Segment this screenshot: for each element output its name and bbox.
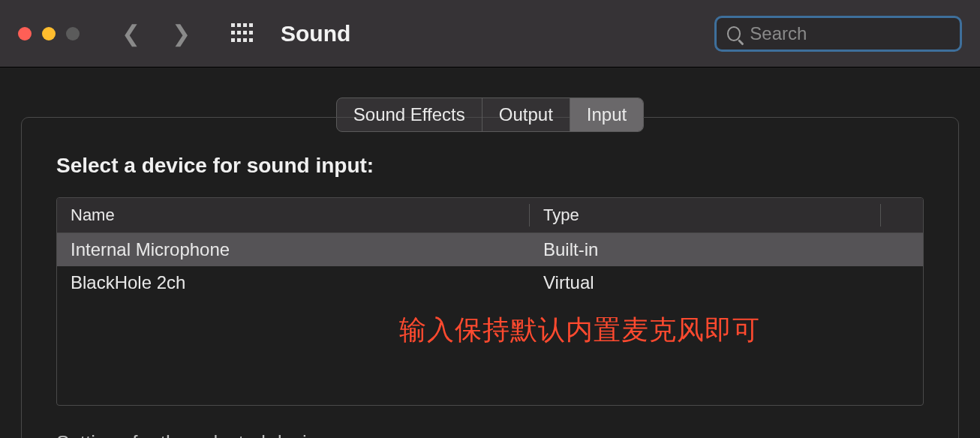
column-name[interactable]: Name <box>57 198 530 232</box>
tab-input[interactable]: Input <box>570 98 643 131</box>
tab-segmented-control: Sound Effects Output Input <box>336 98 644 132</box>
device-type: Virtual <box>530 271 923 295</box>
table-row[interactable]: BlackHole 2ch Virtual <box>57 266 923 299</box>
content-area: Sound Effects Output Input Select a devi… <box>0 68 980 438</box>
back-button[interactable]: ❮ <box>122 22 140 45</box>
settings-subheading: Settings for the selected device: <box>56 431 924 438</box>
search-field[interactable] <box>714 16 962 52</box>
column-type[interactable]: Type <box>530 198 923 232</box>
device-name: BlackHole 2ch <box>57 271 530 295</box>
zoom-window-button[interactable] <box>66 27 80 40</box>
panel-heading: Select a device for sound input: <box>56 154 924 178</box>
show-all-icon[interactable] <box>231 23 252 44</box>
forward-button: ❯ <box>172 22 191 45</box>
device-table: Name Type Internal Microphone Built-in B… <box>56 197 924 406</box>
window-title: Sound <box>281 21 350 46</box>
window-titlebar: ❮ ❯ Sound <box>0 0 980 68</box>
annotation-text: 输入保持默认内置麦克风即可 <box>399 312 760 349</box>
tab-output[interactable]: Output <box>482 98 570 131</box>
close-window-button[interactable] <box>18 27 32 40</box>
device-name: Internal Microphone <box>57 238 530 262</box>
search-input[interactable] <box>750 23 949 44</box>
search-icon <box>727 26 741 41</box>
device-type: Built-in <box>530 238 923 262</box>
nav-arrows: ❮ ❯ <box>122 22 191 45</box>
minimize-window-button[interactable] <box>42 27 56 40</box>
tab-sound-effects[interactable]: Sound Effects <box>337 98 482 131</box>
table-row[interactable]: Internal Microphone Built-in <box>57 233 923 266</box>
traffic-lights <box>18 27 80 40</box>
table-header: Name Type <box>57 198 923 233</box>
input-panel: Select a device for sound input: Name Ty… <box>21 117 959 438</box>
